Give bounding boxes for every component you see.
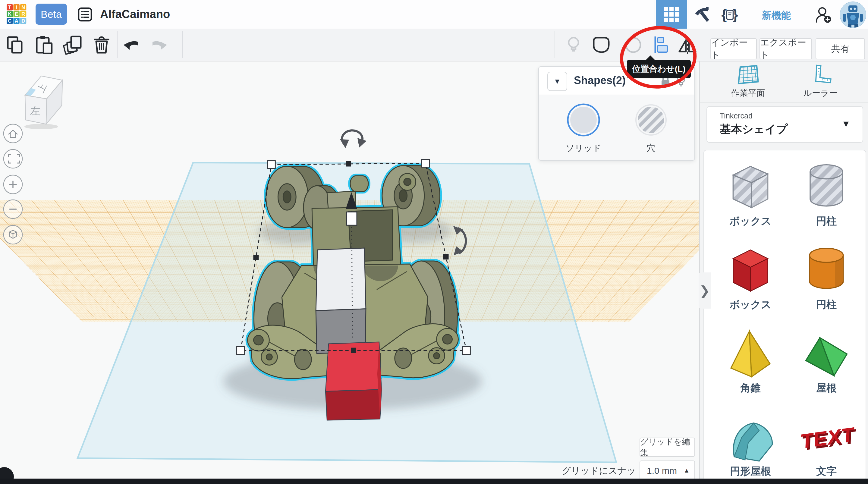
- hole-cylinder-icon: [795, 159, 858, 213]
- gallery-item-pyramid[interactable]: 角錐: [714, 326, 786, 395]
- grey-box-shape[interactable]: [316, 248, 366, 354]
- collapse-caret-button[interactable]: ▼: [547, 72, 567, 91]
- avatar[interactable]: [840, 1, 866, 28]
- home-view-button[interactable]: [4, 124, 22, 143]
- dashboard-grid-button[interactable]: [656, 0, 687, 29]
- orange-cylinder-icon: [795, 242, 858, 297]
- tooltip-arrow: [646, 56, 655, 60]
- mirror-tool-icon[interactable]: [677, 34, 698, 55]
- fit-view-button[interactable]: [4, 149, 22, 168]
- gallery-item-roof[interactable]: 屋根: [790, 326, 863, 395]
- shape-gallery: ボックス 円柱 ボックス 円柱: [704, 150, 866, 481]
- shapes-inspector-panel: ▼ Shapes(2) ソリッド 穴: [538, 66, 695, 161]
- paste-icon[interactable]: [33, 34, 54, 55]
- red-box-icon: [719, 242, 782, 297]
- scale-height-handle[interactable]: [347, 212, 357, 225]
- solid-swatch: [565, 102, 601, 138]
- view-cube-front-label[interactable]: 左: [30, 105, 40, 117]
- ruler-icon: [809, 64, 832, 86]
- hole-option[interactable]: 穴: [621, 102, 681, 154]
- sidebar-tools: 作業平面 ルーラー: [700, 61, 868, 103]
- bottom-strip: [0, 479, 868, 484]
- copy-icon[interactable]: [4, 34, 25, 55]
- solid-tool-icon[interactable]: [590, 34, 611, 55]
- page-title: AlfaCaimano: [100, 8, 170, 21]
- yellow-pyramid-icon: [719, 326, 782, 380]
- text-shape-icon: TEXT TEXT: [795, 409, 858, 463]
- ruler-tool[interactable]: ルーラー: [790, 64, 850, 99]
- divider: [182, 31, 183, 58]
- view-nav-buttons: [2, 123, 24, 246]
- new-features-link[interactable]: 新機能: [762, 9, 791, 22]
- edit-grid-button[interactable]: グリッドを編集: [640, 437, 695, 457]
- library-name: 基本シェイプ: [720, 122, 787, 137]
- align-tooltip: 位置合わせ(L): [627, 60, 691, 78]
- design-menu-icon[interactable]: [78, 7, 92, 22]
- tinkercad-logo-icon[interactable]: T I N K E R C A D: [7, 4, 27, 25]
- rotate-handle-top[interactable]: [340, 130, 367, 148]
- pickaxe-icon[interactable]: [692, 5, 711, 24]
- top-bar: T I N K E R C A D Beta AlfaCaimano: [0, 0, 868, 29]
- teal-round-roof-icon: [719, 409, 782, 463]
- duplicate-icon[interactable]: [62, 34, 83, 55]
- share-button[interactable]: 共有: [815, 38, 865, 59]
- shape-library-dropdown[interactable]: Tinkercad 基本シェイプ ▼: [707, 106, 863, 143]
- toolbar: インポート エクスポート 共有: [0, 29, 868, 61]
- divider: [555, 31, 555, 58]
- shape-sidebar: 作業平面 ルーラー Tinkercad 基本シェイプ ▼: [699, 61, 868, 484]
- grid-icon: [663, 6, 680, 23]
- hole-tool-icon[interactable]: [623, 34, 644, 55]
- ruler-label: ルーラー: [790, 87, 850, 99]
- solid-option[interactable]: ソリッド: [553, 102, 614, 154]
- undo-icon[interactable]: [122, 34, 143, 55]
- svg-text:{: {: [721, 7, 727, 22]
- hints-lightbulb-icon[interactable]: [563, 34, 584, 55]
- align-tool-icon[interactable]: [650, 34, 672, 55]
- gallery-item-cylinder[interactable]: 円柱: [790, 242, 863, 312]
- workplane-icon: [737, 64, 760, 86]
- view-cube[interactable]: 上 左: [17, 70, 66, 131]
- workplane-tool[interactable]: 作業平面: [718, 64, 778, 99]
- export-button[interactable]: エクスポート: [760, 38, 812, 59]
- add-user-icon[interactable]: [814, 5, 832, 24]
- red-box-shape[interactable]: [326, 342, 381, 420]
- chevron-down-icon: ▼: [841, 119, 850, 129]
- divider: [688, 0, 688, 29]
- beta-badge[interactable]: Beta: [36, 4, 67, 25]
- codeblocks-icon[interactable]: { }: [720, 5, 739, 24]
- sidebar-expander[interactable]: ❯: [699, 272, 711, 309]
- gallery-item-round-roof[interactable]: 円形屋根: [714, 409, 786, 478]
- hole-swatch: [633, 102, 669, 138]
- snap-caret-icon: ▲: [684, 467, 689, 474]
- divider: [655, 0, 655, 29]
- gallery-item-text[interactable]: TEXT TEXT 文字: [790, 409, 863, 478]
- gallery-item-box[interactable]: ボックス: [714, 242, 786, 312]
- snap-grid-dropdown[interactable]: 1.0 mm ▲: [640, 460, 695, 481]
- import-button[interactable]: インポート: [710, 38, 757, 59]
- shapes-panel-title: Shapes(2): [574, 74, 626, 87]
- library-brand: Tinkercad: [720, 112, 752, 120]
- workplane-label: 作業平面: [718, 87, 778, 99]
- robot-avatar-image: [840, 2, 866, 28]
- divider: [117, 31, 118, 58]
- hole-box-icon: [719, 159, 782, 213]
- gallery-item-hole-cylinder[interactable]: 円柱: [790, 159, 863, 228]
- redo-icon[interactable]: [148, 34, 169, 55]
- snap-grid-value: 1.0 mm: [647, 465, 677, 476]
- gallery-item-hole-box[interactable]: ボックス: [714, 159, 786, 228]
- delete-icon[interactable]: [91, 34, 112, 55]
- green-roof-icon: [795, 326, 858, 380]
